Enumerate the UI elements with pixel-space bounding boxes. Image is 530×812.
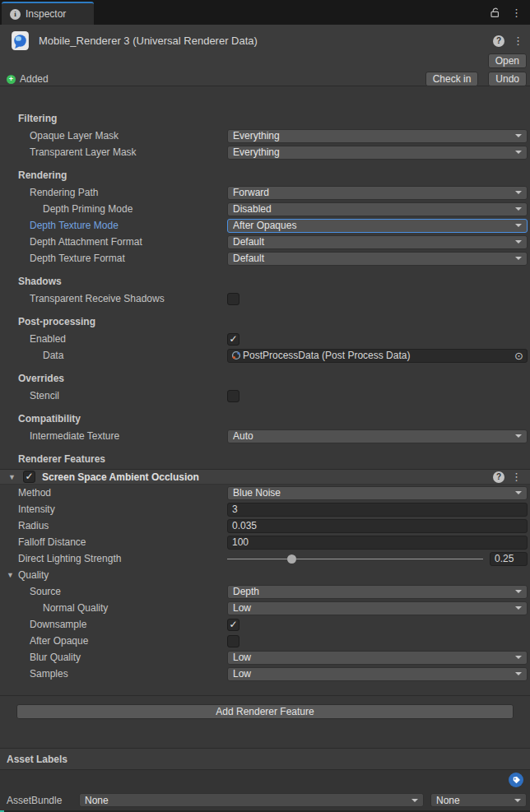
opaque-layer-mask-label: Opaque Layer Mask	[30, 130, 119, 142]
chevron-down-icon	[515, 134, 522, 137]
ssao-intensity-label: Intensity	[18, 503, 55, 515]
tab-inspector[interactable]: i Inspector	[2, 2, 94, 25]
section-post-processing: Post-processing	[0, 315, 530, 328]
scriptable-object-icon	[231, 350, 241, 360]
ssao-enabled-checkbox[interactable]	[23, 471, 35, 483]
ssao-samples-dropdown[interactable]: Low	[227, 667, 528, 681]
inspector-window: i Inspector ⋮ Mobile_Renderer 3 (Univers…	[0, 0, 530, 812]
section-compatibility: Compatibility	[0, 412, 530, 425]
post-enabled-checkbox[interactable]	[227, 333, 239, 346]
depth-attachment-format-dropdown[interactable]: Default	[227, 235, 528, 249]
asset-labels-header: Asset Labels	[0, 748, 530, 770]
vcs-added-icon: +	[7, 75, 16, 84]
stencil-checkbox[interactable]	[227, 390, 239, 402]
chevron-down-icon	[515, 151, 522, 154]
slider-track	[227, 559, 483, 559]
depth-priming-mode-dropdown[interactable]: Disabled	[227, 202, 528, 216]
depth-priming-mode-label: Depth Priming Mode	[43, 203, 132, 215]
section-overrides: Overrides	[0, 372, 530, 385]
section-filtering: Filtering	[0, 112, 530, 125]
ssao-downsample-checkbox[interactable]	[227, 619, 239, 631]
asset-bundle-label: AssetBundle	[7, 795, 72, 806]
intermediate-texture-dropdown[interactable]: Auto	[227, 429, 528, 443]
ssao-radius-label: Radius	[18, 520, 49, 531]
ssao-method-dropdown[interactable]: Blue Noise	[227, 486, 528, 500]
depth-texture-mode-dropdown[interactable]: After Opaques	[227, 219, 528, 233]
ssao-direct-lighting-strength-slider[interactable]	[227, 552, 483, 566]
rendering-path-dropdown[interactable]: Forward	[227, 186, 528, 200]
tab-menu-kebab-icon[interactable]: ⋮	[511, 7, 522, 18]
chevron-down-icon	[515, 606, 522, 610]
ssao-direct-lighting-strength-field[interactable]: 0.25	[490, 552, 528, 566]
chevron-down-icon	[515, 434, 522, 438]
transparent-receive-shadows-checkbox[interactable]	[227, 293, 239, 305]
ssao-method-label: Method	[18, 487, 51, 499]
transparent-receive-shadows-label: Transparent Receive Shadows	[30, 293, 165, 304]
section-renderer-features: Renderer Features	[0, 452, 530, 466]
page-title: Mobile_Renderer 3 (Universal Renderer Da…	[39, 35, 485, 47]
undo-button[interactable]: Undo	[488, 72, 527, 86]
chevron-down-icon	[515, 191, 522, 194]
features-divider	[0, 695, 530, 696]
asset-footer: Asset Labels AssetBundle None None	[0, 748, 530, 812]
ssao-blur-quality-dropdown[interactable]: Low	[227, 651, 528, 665]
ssao-after-opaque-label: After Opaque	[30, 635, 88, 647]
section-shadows: Shadows	[0, 275, 530, 288]
intermediate-texture-label: Intermediate Texture	[30, 430, 119, 442]
ssao-falloff-distance-field[interactable]: 100	[227, 536, 528, 550]
status-badge: Added	[20, 73, 49, 85]
chevron-down-icon	[514, 799, 521, 802]
opaque-layer-mask-dropdown[interactable]: Everything	[227, 129, 528, 143]
ssao-samples-label: Samples	[30, 668, 68, 680]
depth-attachment-format-label: Depth Attachment Format	[30, 236, 142, 248]
depth-texture-format-dropdown[interactable]: Default	[227, 252, 528, 266]
add-renderer-feature-button[interactable]: Add Renderer Feature	[16, 704, 514, 719]
post-data-object-field[interactable]: PostProcessData (Post Process Data) ⊙	[227, 349, 528, 363]
depth-texture-format-label: Depth Texture Format	[30, 253, 125, 264]
ssao-normal-quality-label: Normal Quality	[43, 602, 108, 614]
transparent-layer-mask-label: Transparent Layer Mask	[30, 146, 137, 158]
inspector-body: Filtering Opaque Layer Mask Everything T…	[0, 86, 530, 719]
ssao-kebab-icon[interactable]: ⋮	[511, 471, 522, 482]
ssao-radius-field[interactable]: 0.035	[227, 519, 528, 533]
slider-handle[interactable]	[287, 554, 296, 564]
ssao-intensity-field[interactable]: 3	[227, 503, 528, 517]
ssao-quality-label[interactable]: Quality	[18, 569, 49, 581]
chevron-down-icon	[515, 491, 522, 494]
help-icon[interactable]: ?	[493, 35, 504, 47]
chevron-down-icon	[515, 590, 522, 593]
renderer-asset-icon	[10, 30, 30, 51]
chevron-down-icon	[515, 656, 522, 659]
asset-bundle-dropdown[interactable]: None	[79, 793, 424, 807]
transparent-layer-mask-dropdown[interactable]: Everything	[227, 146, 528, 160]
ssao-source-dropdown[interactable]: Depth	[227, 585, 528, 599]
quality-foldout-arrow-icon[interactable]: ▼	[7, 571, 16, 579]
chevron-down-icon	[515, 240, 522, 244]
asset-bundle-variant-dropdown[interactable]: None	[430, 793, 527, 807]
ssao-feature-header[interactable]: ▼ Screen Space Ambient Occlusion ? ⋮	[0, 469, 530, 485]
ssao-falloff-distance-label: Falloff Distance	[18, 536, 86, 548]
help-icon[interactable]: ?	[493, 471, 504, 483]
asset-label-tag-button[interactable]	[509, 773, 523, 787]
header-kebab-icon[interactable]: ⋮	[513, 35, 523, 46]
tab-label: Inspector	[26, 8, 66, 20]
chevron-down-icon	[411, 799, 418, 802]
ssao-normal-quality-dropdown[interactable]: Low	[227, 601, 528, 615]
foldout-arrow-icon[interactable]: ▼	[8, 473, 18, 481]
stencil-label: Stencil	[30, 390, 59, 401]
ssao-blur-quality-label: Blur Quality	[30, 652, 81, 663]
unlock-icon[interactable]	[489, 7, 501, 19]
post-enabled-label: Enabled	[30, 333, 66, 345]
check-in-button[interactable]: Check in	[425, 72, 479, 86]
ssao-feature-title: Screen Space Ambient Occlusion	[42, 471, 486, 483]
chevron-down-icon	[515, 224, 522, 227]
ssao-after-opaque-checkbox[interactable]	[227, 635, 239, 647]
chevron-down-icon	[515, 257, 522, 260]
ssao-downsample-label: Downsample	[30, 619, 86, 630]
open-button[interactable]: Open	[488, 53, 527, 68]
section-rendering: Rendering	[0, 169, 530, 182]
chevron-down-icon	[515, 672, 522, 675]
object-picker-icon[interactable]: ⊙	[513, 350, 525, 361]
rendering-path-label: Rendering Path	[30, 187, 98, 198]
tab-bar: i Inspector ⋮	[0, 0, 530, 25]
